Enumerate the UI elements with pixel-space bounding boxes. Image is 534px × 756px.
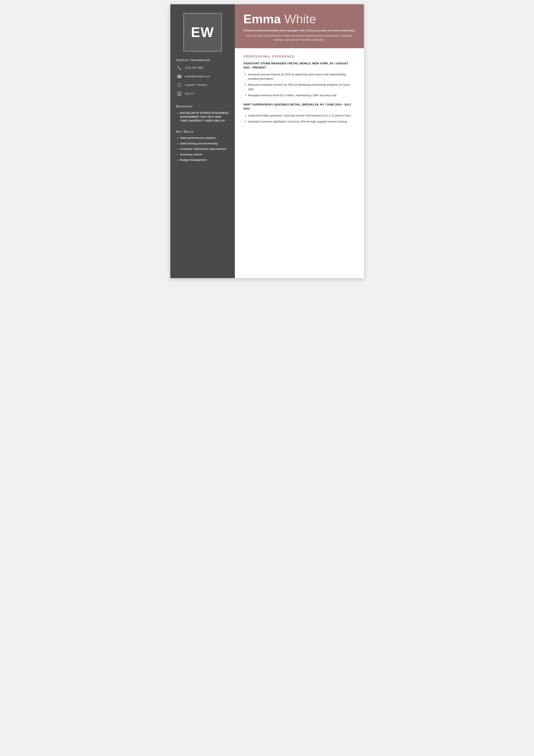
skill-item-3: Customer satisfaction improvement [180, 147, 229, 151]
experience-section: Professional experience ASSISTANT STORE … [235, 48, 364, 278]
skill-item-1: Sales performance analysis [180, 136, 229, 140]
email-text: email@example.com [185, 75, 210, 78]
header-banner: Emma White Results-oriented assistant st… [235, 4, 364, 48]
job-title-2: SHIFT SUPERVISOR I QUICKBUY RETAIL, BROO… [243, 103, 355, 111]
experience-section-title: Professional experience [243, 55, 355, 58]
linkedin-text: LinkedIn I Portfolio [185, 84, 207, 87]
education-section-title: Education [176, 104, 229, 108]
phone-icon [176, 65, 182, 71]
linkedin-icon [176, 82, 182, 88]
skills-list: Sales performance analysis Staff trainin… [180, 136, 229, 162]
candidate-name: Emma White [243, 12, 355, 26]
avatar-box: EW [183, 13, 222, 52]
tagline: Results-oriented assistant store manager… [243, 29, 355, 32]
main-content-area: Emma White Results-oriented assistant st… [235, 4, 364, 278]
svg-point-5 [180, 85, 181, 86]
location-text: City, ST [185, 92, 194, 95]
education-section: Education BACHELOR OF SCIENCE IN BUSINES… [170, 104, 235, 124]
job2-bullet-1: Supervised daily operations, ensuring sm… [248, 114, 355, 118]
email-item: email@example.com [176, 73, 229, 79]
job-bullets-1: Increased annual revenue by 15% by optim… [248, 72, 355, 97]
contact-section: Contact information (123) 456-7890 email… [170, 58, 235, 99]
location-item: City, ST [176, 91, 229, 97]
phone-text: (123) 456-7890 [185, 66, 203, 69]
sidebar: EW Contact information (123) 456-7890 [170, 4, 235, 278]
skills-section-title: Key skills [176, 130, 229, 133]
email-icon [176, 73, 182, 79]
avatar-initials: EW [191, 24, 214, 40]
job-bullets-2: Supervised daily operations, ensuring sm… [248, 114, 355, 124]
skills-section: Key skills Sales performance analysis St… [170, 130, 235, 164]
education-item-1: BACHELOR OF SCIENCE IN BUSINESS MANAGEME… [180, 111, 229, 123]
education-list: BACHELOR OF SCIENCE IN BUSINESS MANAGEME… [180, 111, 229, 123]
job1-bullet-2: Reduced employee turnover by 20% by deve… [248, 83, 355, 91]
svg-point-4 [179, 85, 180, 86]
job-title-1: ASSISTANT STORE MANAGER I RETAIL WORLD, … [243, 62, 355, 70]
resume-container: EW Contact information (123) 456-7890 [170, 4, 364, 278]
svg-point-10 [179, 93, 180, 94]
location-icon [176, 91, 182, 97]
last-name: White [284, 12, 316, 26]
svg-point-0 [177, 83, 178, 84]
svg-point-1 [179, 83, 180, 84]
linkedin-item: LinkedIn I Portfolio [176, 82, 229, 88]
svg-point-3 [177, 85, 178, 86]
summary: Have 14 years of experience in retail, e… [243, 34, 355, 42]
job2-bullet-2: Improved customer satisfaction scores by… [248, 120, 355, 124]
svg-point-7 [179, 86, 180, 87]
first-name: Emma [243, 12, 281, 26]
skill-item-4: Inventory control [180, 153, 229, 157]
svg-point-2 [180, 83, 181, 84]
skill-item-5: Budget management [180, 158, 229, 162]
contact-section-title: Contact information [176, 58, 229, 62]
job1-bullet-1: Increased annual revenue by 15% by optim… [248, 72, 355, 81]
skill-item-2: Staff training and mentorship [180, 142, 229, 146]
svg-point-6 [177, 86, 178, 87]
job1-bullet-3: Managed inventory worth $1.5 million, ma… [248, 93, 355, 97]
svg-point-8 [180, 86, 181, 87]
avatar-container: EW [170, 4, 235, 58]
phone-item: (123) 456-7890 [176, 65, 229, 71]
